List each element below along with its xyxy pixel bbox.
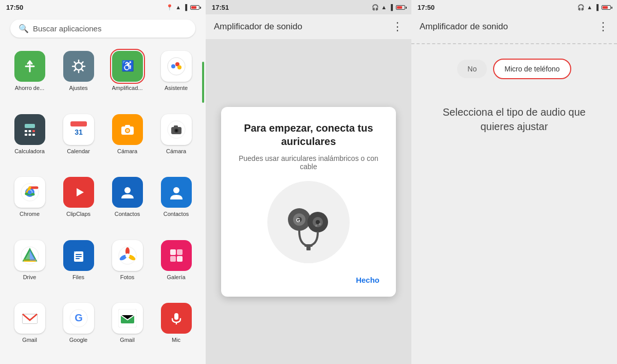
phone-mic-button[interactable]: Micro de teléfono: [493, 59, 571, 79]
svg-text:G: G: [75, 312, 83, 323]
svg-rect-24: [125, 125, 130, 128]
battery-icon-3: [602, 5, 611, 10]
audio-source-row: No Micro de teléfono: [411, 48, 617, 89]
svg-rect-16: [32, 134, 35, 136]
search-label: Buscar aplicaciones: [33, 24, 101, 33]
app-item-google[interactable]: G Google: [55, 299, 102, 360]
app-icon-clipclaps: [63, 177, 94, 208]
app-icon-ahorro: [14, 51, 45, 82]
headphone-status-icon: 🎧: [372, 4, 379, 11]
app-item-fotos[interactable]: Fotos: [104, 236, 151, 297]
app-icon-camara: [112, 114, 143, 145]
status-icons-1: 📍 ▲ ▐: [166, 4, 199, 11]
time-3: 17:50: [418, 4, 434, 11]
app-item-gmail[interactable]: Gmail: [6, 299, 53, 360]
app-label-contactos: Contactos: [115, 211, 140, 217]
panel-amplificador-dialog: 17:51 🎧 ▲ ▐ Amplificador de sonido ⋮ Par…: [206, 0, 411, 364]
svg-rect-80: [306, 246, 311, 250]
app-icon-galeria: [161, 240, 192, 271]
svg-point-78: [315, 225, 317, 227]
app-label-calculadora: Calculadora: [14, 148, 45, 154]
app-icon-contactos2: [161, 177, 192, 208]
app-icon-fotos: [112, 240, 143, 271]
svg-text:31: 31: [75, 128, 83, 136]
app-icon-files: [63, 240, 94, 271]
svg-point-55: [125, 253, 130, 258]
audio-description: Selecciona el tipo de audio que quieres …: [411, 89, 617, 149]
dialog-title: Para empezar, conecta tus auriculares: [233, 121, 384, 148]
svg-point-28: [175, 130, 177, 132]
app-label-files: Files: [72, 274, 84, 280]
wifi-icon: ▲: [175, 4, 181, 10]
app-item-contactos2[interactable]: Contactos: [153, 173, 199, 234]
wifi-icon-2: ▲: [381, 4, 387, 10]
app-item-drive[interactable]: Drive: [6, 236, 53, 297]
status-icons-2: 🎧 ▲ ▐: [372, 4, 405, 11]
headphone-illustration: G: [267, 181, 350, 263]
app-label-google: Google: [69, 337, 87, 343]
app-item-ajustes[interactable]: Ajustes: [55, 47, 102, 108]
svg-rect-68: [174, 313, 178, 320]
signal-icon-2: ▐: [389, 4, 393, 10]
app-item-calendar[interactable]: 31 Calendar: [55, 110, 102, 171]
battery-fill-3: [603, 6, 608, 9]
app-item-galeria[interactable]: Galería: [153, 236, 199, 297]
svg-rect-12: [28, 130, 31, 132]
app-icon-calculadora: [14, 114, 45, 145]
svg-rect-15: [28, 134, 31, 136]
headphone-svg: G: [278, 191, 339, 253]
app-item-amplificad[interactable]: ♿ Amplificad...: [104, 47, 151, 108]
dialog-actions: Hecho: [233, 274, 384, 286]
svg-rect-49: [76, 256, 82, 257]
divider: [411, 43, 617, 44]
app-item-files[interactable]: Files: [55, 236, 102, 297]
more-options-icon-2[interactable]: ⋮: [392, 20, 403, 33]
svg-point-6: [171, 64, 175, 68]
app-icon-gmail2: [112, 303, 143, 334]
app-icon-ajustes: [63, 51, 94, 82]
app-item-camara2[interactable]: Cámara: [153, 110, 199, 171]
signal-icon-3: ▐: [594, 4, 598, 10]
app-icon-mic: [161, 303, 192, 334]
more-options-icon-3[interactable]: ⋮: [597, 20, 609, 33]
svg-rect-57: [170, 249, 176, 255]
app-label-gmail2: Gmail: [120, 337, 135, 343]
app-item-asistente[interactable]: Asistente: [153, 47, 199, 108]
topbar-title-3: Amplificador de sonido: [420, 22, 508, 32]
app-item-gmail2[interactable]: Gmail: [104, 299, 151, 360]
app-icon-camara2: [161, 114, 192, 145]
svg-rect-58: [177, 249, 183, 255]
svg-point-33: [28, 190, 32, 194]
battery-fill: [191, 6, 196, 9]
svg-text:♿: ♿: [121, 60, 134, 72]
app-item-chrome[interactable]: Chrome: [6, 173, 53, 234]
svg-rect-29: [174, 125, 178, 128]
svg-point-77: [319, 223, 321, 225]
status-bar-1: 17:50 📍 ▲ ▐: [0, 0, 206, 14]
done-button[interactable]: Hecho: [352, 274, 384, 286]
app-item-clipclaps[interactable]: ClipClaps: [55, 173, 102, 234]
svg-point-23: [126, 129, 129, 132]
search-bar[interactable]: 🔍 Buscar aplicaciones: [10, 20, 195, 38]
app-label-ajustes: Ajustes: [69, 85, 87, 91]
app-label-amplificad: Amplificad...: [112, 85, 143, 91]
signal-icon: ▐: [183, 4, 187, 10]
svg-rect-13: [32, 130, 35, 132]
topbar-3: Amplificador de sonido ⋮: [411, 14, 617, 39]
wifi-icon-3: ▲: [587, 4, 592, 10]
battery-icon: [190, 5, 199, 10]
app-label-camara: Cámara: [117, 148, 137, 154]
battery-icon-2: [396, 5, 405, 10]
app-item-contactos[interactable]: Contactos: [104, 173, 151, 234]
app-icon-calendar: 31: [63, 114, 94, 145]
scroll-bar-1[interactable]: [202, 62, 204, 103]
app-label-drive: Drive: [23, 274, 37, 280]
app-item-calculadora[interactable]: Calculadora: [6, 110, 53, 171]
topbar-title-2: Amplificador de sonido: [214, 22, 302, 32]
app-item-mic[interactable]: Mic: [153, 299, 199, 360]
no-button[interactable]: No: [457, 60, 487, 78]
app-label-clipclaps: ClipClaps: [66, 211, 90, 217]
app-item-camara[interactable]: Cámara: [104, 110, 151, 171]
app-item-ahorro[interactable]: Ahorro de...: [6, 47, 53, 108]
svg-point-5: [168, 58, 185, 75]
